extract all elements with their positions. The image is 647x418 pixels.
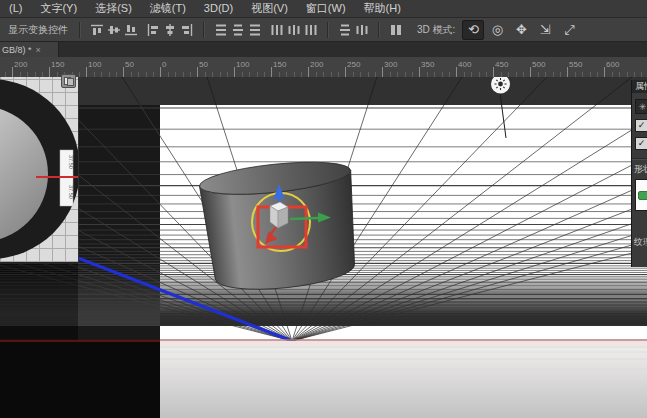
orbit-3d-camera-icon[interactable]: ⟲ [462,20,484,40]
ruler-major-tick [197,67,198,77]
x-axis-arrow[interactable] [290,218,318,219]
menu-item[interactable]: (L) [0,0,31,17]
3d-mode-label: 3D 模式: [417,23,455,37]
measure-text: 37.50 [68,185,74,199]
horizontal-ruler: 2001501005005010015020025030035040045050… [0,57,647,78]
ruler-label: 200 [14,60,27,69]
show-transform-controls-label[interactable]: 显示变换控件 [8,23,68,37]
ruler-major-tick [345,67,346,77]
distribute-right-edges-icon[interactable] [303,22,319,38]
ruler-label: 400 [458,60,471,69]
shape-preset-label: 形状 [634,163,647,176]
ruler-major-tick [234,67,235,77]
align-horizontal-centers-icon[interactable] [162,22,178,38]
ruler-label: 150 [51,60,64,69]
ruler-label: 500 [532,60,545,69]
ruler-label: 300 [384,60,397,69]
cylinder-preset-icon [638,191,647,200]
menu-item[interactable]: 选择(S) [86,0,141,17]
separator [79,22,81,38]
divider [632,158,647,160]
ruler-major-tick [12,67,13,77]
pasteboard-top-band [78,77,647,105]
ruler-label: 200 [310,60,323,69]
menu-bar: (L)文字(Y)选择(S)滤镜(T)3D(D)视图(V)窗口(W)帮助(H) [0,0,647,18]
ruler-label: 450 [495,60,508,69]
ruler-major-tick [160,67,161,77]
ruler-major-tick [382,67,383,77]
ruler-label: 550 [569,60,582,69]
ruler-label: 100 [236,60,249,69]
distribute-left-edges-icon[interactable] [269,22,285,38]
distribute-horizontal-centers-icon[interactable] [286,22,302,38]
roll-3d-camera-icon[interactable]: ◎ [486,20,508,40]
separator [327,22,329,38]
document-tab-bar: GB/8) * × [0,42,647,57]
tab-close-icon[interactable]: × [36,45,41,55]
align-bottom-edges-icon[interactable] [123,22,139,38]
ruler-label: 50 [199,60,208,69]
ruler-major-tick [456,67,457,77]
sun-icon [495,78,507,90]
menu-item[interactable]: 文字(Y) [31,0,86,17]
distribute-horizontal-spacing-icon[interactable] [354,22,370,38]
align-right-edges-icon[interactable] [179,22,195,38]
pasteboard-below-horizon [0,342,160,418]
ruler-major-tick [530,67,531,77]
pan-3d-camera-icon[interactable]: ✥ [510,20,532,40]
ruler-label: 50 [125,60,134,69]
ruler-major-tick [308,67,309,77]
scale-3d-object-icon[interactable]: ⤢ [558,20,580,40]
distribute-vertical-centers-icon[interactable] [230,22,246,38]
align-vertical-centers-icon[interactable] [106,22,122,38]
ruler-label: 350 [421,60,434,69]
document-tab-title: GB/8) * [0,45,32,55]
catch-shadows-checkbox[interactable]: ✓ [635,119,647,132]
widget-center-cube[interactable] [270,202,288,228]
ruler-major-tick [49,67,50,77]
ruler-major-tick [604,67,605,77]
swap-views-button[interactable] [61,74,76,88]
menu-item[interactable]: 帮助(H) [355,0,410,17]
texture-label: 纹理 [634,236,647,249]
ruler-major-tick [567,67,568,77]
properties-panel: 属性 ✳ ✓ ✓ 形状 纹理 [631,80,647,267]
scene [0,77,647,418]
separator [378,22,380,38]
options-bar: 显示变换控件 3D 模式: ⟲◎✥⇲⤢ [0,18,647,42]
mesh-icon[interactable]: ✳ [635,99,647,114]
distribute-top-edges-icon[interactable] [213,22,229,38]
separator [203,22,205,38]
ruler-label: 0 [162,60,166,69]
menu-item[interactable]: 3D(D) [195,0,242,17]
align-top-edges-icon[interactable] [89,22,105,38]
menu-item[interactable]: 窗口(W) [297,0,355,17]
ruler-label: 250 [347,60,360,69]
distribute-bottom-edges-icon[interactable] [247,22,263,38]
ruler-label: 100 [88,60,101,69]
ruler-label: 150 [273,60,286,69]
auto-align-layers-icon[interactable] [388,22,404,38]
ruler-major-tick [86,67,87,77]
ruler-major-tick [493,67,494,77]
align-left-edges-icon[interactable] [145,22,161,38]
slide-3d-camera-icon[interactable]: ⇲ [534,20,556,40]
distribute-vertical-spacing-icon[interactable] [337,22,353,38]
ruler-major-tick [271,67,272,77]
menu-item[interactable]: 滤镜(T) [141,0,195,17]
secondary-view-panel: 37.50 37.50 [0,77,79,263]
document-tab[interactable]: GB/8) * × [0,42,59,57]
ruler-label: 600 [606,60,619,69]
shape-preset-thumbnail[interactable] [635,179,647,211]
cast-shadows-checkbox[interactable]: ✓ [635,137,647,150]
ruler-major-tick [419,67,420,77]
canvas-below-horizon [160,341,647,418]
menu-item[interactable]: 视图(V) [242,0,297,17]
measure-text: 37.50 [68,155,74,169]
properties-panel-title: 属性 [632,80,647,93]
ruler-major-tick [123,67,124,77]
